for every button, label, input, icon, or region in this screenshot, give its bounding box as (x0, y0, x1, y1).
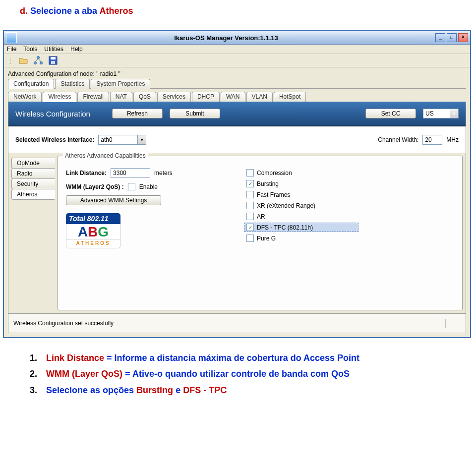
atheros-fieldset: Atheros Advanced Capabilities Link Dista… (58, 156, 463, 310)
svg-point-2 (40, 62, 43, 64)
app-window: Ikarus-OS Manager Version:1.1.13 _ □ × F… (3, 30, 471, 338)
menu-file[interactable]: File (7, 46, 16, 53)
panel-title: Wireless Configuration (15, 110, 90, 118)
link-distance-label: Link Distance: (66, 170, 107, 176)
advanced-wmm-button[interactable]: Advanced WMM Settings (66, 195, 161, 205)
check-label: AR (257, 213, 265, 220)
tab-configuration[interactable]: Configuration (8, 79, 54, 89)
check-label: Fast Frames (257, 191, 290, 198)
menu-help[interactable]: Help (70, 46, 83, 53)
network-icon[interactable] (33, 56, 43, 65)
atheros-content: OpMode Radio Security Atheros Atheros Ad… (8, 153, 466, 313)
tab-vlan[interactable]: VLAN (246, 92, 273, 102)
svg-rect-4 (51, 57, 56, 59)
refresh-button[interactable]: Refresh (112, 109, 163, 118)
node-row: Advanced Configuration of node: " radio1… (4, 67, 470, 78)
capabilities-checklist: Compression✓BurstingFast FramesXR (eXten… (244, 168, 358, 243)
check-dfs-tpc-802-11h-[interactable]: ✓DFS - TPC (802.11h) (244, 223, 358, 232)
checkbox-icon[interactable] (246, 213, 254, 220)
wmm-enable-checkbox[interactable] (128, 183, 135, 190)
minimize-button[interactable]: _ (435, 33, 445, 42)
iface-label: Selected Wireless Interface: (15, 136, 94, 143)
sub-tabs: NetWork Wireless Firewall NAT QoS Servic… (4, 89, 470, 102)
cc-select[interactable] (423, 109, 450, 118)
side-tabs: OpMode Radio Security Atheros (11, 156, 55, 199)
svg-rect-5 (51, 61, 55, 64)
toolbar: ⋮ (4, 54, 470, 67)
submit-button[interactable]: Submit (170, 109, 220, 118)
wmm-label: WMM (Layer2 QoS) : (66, 183, 124, 190)
check-bursting[interactable]: ✓Bursting (244, 179, 358, 188)
interface-row: Selected Wireless Interface: ▼ Channel W… (8, 126, 466, 153)
checkbox-icon[interactable] (246, 169, 254, 176)
panel-header: Wireless Configuration Refresh Submit Se… (8, 102, 466, 126)
tab-system-properties[interactable]: System Properties (91, 79, 150, 89)
cw-unit: MHz (446, 136, 459, 143)
check-label: DFS - TPC (802.11h) (257, 224, 313, 231)
cw-label: Channel Width: (378, 136, 418, 143)
fieldset-legend: Atheros Advanced Capabilities (63, 152, 148, 159)
svg-point-0 (37, 57, 40, 59)
cw-field[interactable] (422, 135, 442, 145)
doc-list: 1. Link Distance = Informe a distancia m… (30, 350, 466, 398)
link-distance-unit: meters (154, 170, 173, 176)
tab-firewall[interactable]: Firewall (77, 92, 109, 102)
check-xr-extended-range-[interactable]: XR (eXtended Range) (244, 201, 358, 210)
iface-dropdown-icon[interactable]: ▼ (138, 135, 146, 145)
tab-qos[interactable]: QoS (133, 92, 156, 102)
tab-nat[interactable]: NAT (110, 92, 132, 102)
tab-wan[interactable]: WAN (221, 92, 245, 102)
atheros-logo: Total 802.11 ABG ATHEROS (66, 213, 120, 248)
check-pure-g[interactable]: Pure G (244, 234, 358, 243)
vtab-opmode[interactable]: OpMode (11, 158, 55, 169)
app-icon (6, 32, 17, 43)
checkbox-icon[interactable] (246, 234, 254, 242)
check-ar[interactable]: AR (244, 212, 358, 221)
tab-network[interactable]: NetWork (8, 92, 42, 102)
checkbox-icon[interactable] (246, 202, 254, 209)
checkbox-icon[interactable] (246, 191, 254, 198)
link-distance-field[interactable] (111, 168, 150, 178)
tab-dhcp[interactable]: DHCP (192, 92, 220, 102)
tab-hotspot[interactable]: HotSpot (274, 92, 306, 102)
window-title: Ikarus-OS Manager Version:1.1.13 (17, 34, 435, 42)
vtab-security[interactable]: Security (11, 178, 55, 189)
top-tabs: Configuration Statistics System Properti… (4, 78, 470, 89)
doc-heading: d. Selecione a aba Atheros (20, 6, 466, 16)
close-button[interactable]: × (458, 33, 468, 42)
status-text: Wireless Configuration set succesfully (13, 320, 114, 327)
vtab-atheros[interactable]: Atheros (11, 189, 55, 200)
checkbox-icon[interactable]: ✓ (246, 180, 254, 187)
check-label: Bursting (257, 180, 279, 187)
iface-select[interactable] (98, 135, 138, 145)
tab-services[interactable]: Services (157, 92, 191, 102)
maximize-button[interactable]: □ (447, 33, 457, 42)
wireless-panel: Wireless Configuration Refresh Submit Se… (8, 102, 466, 333)
save-icon[interactable] (48, 56, 58, 65)
wmm-enable-label: Enable (139, 183, 158, 190)
check-label: Pure G (257, 235, 276, 242)
vtab-radio[interactable]: Radio (11, 168, 55, 179)
cc-dropdown-icon[interactable]: ▼ (450, 109, 459, 118)
menubar: File Tools Utilities Help (4, 45, 470, 54)
svg-point-1 (34, 62, 37, 64)
tab-statistics[interactable]: Statistics (55, 79, 90, 89)
statusbar-grip (445, 319, 461, 328)
menu-tools[interactable]: Tools (23, 46, 37, 53)
check-label: XR (eXtended Range) (257, 202, 315, 209)
menu-utilities[interactable]: Utilities (44, 46, 63, 53)
checkbox-icon[interactable]: ✓ (246, 224, 254, 231)
check-fast-frames[interactable]: Fast Frames (244, 190, 358, 199)
check-label: Compression (257, 170, 292, 176)
setcc-button[interactable]: Set CC (365, 109, 416, 118)
tab-wireless[interactable]: Wireless (43, 92, 76, 102)
titlebar: Ikarus-OS Manager Version:1.1.13 _ □ × (4, 31, 470, 45)
open-icon[interactable] (18, 56, 28, 65)
statusbar: Wireless Configuration set succesfully (8, 313, 466, 333)
check-compression[interactable]: Compression (244, 168, 358, 177)
